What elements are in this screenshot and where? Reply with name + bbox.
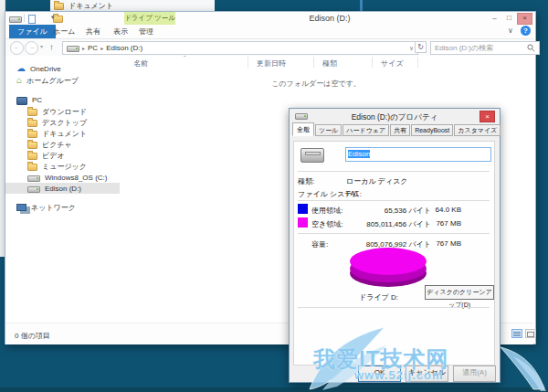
- ok-button[interactable]: OK: [358, 366, 401, 382]
- tab-share[interactable]: 共有: [80, 25, 106, 38]
- recent-caret-icon[interactable]: ▾: [40, 43, 43, 49]
- sidebar-item-homegroup[interactable]: ⌂ ホームグループ: [5, 75, 120, 86]
- volume-drive-icon: [300, 148, 324, 163]
- background-doc-tab-label: ドキュメント: [68, 1, 113, 11]
- folder-icon: [27, 142, 37, 149]
- dialog-tab-sharing[interactable]: 共有: [390, 124, 410, 136]
- disk-usage-pie-chart: [346, 245, 430, 289]
- sidebar-label: ビデオ: [42, 151, 65, 161]
- help-icon[interactable]: ?: [521, 26, 531, 36]
- close-button[interactable]: ×: [517, 13, 532, 25]
- navigation-pane: ☁ OneDrive ⌂ ホームグループ PC ダウンロード デスクトップ: [5, 56, 121, 323]
- background-window-doc-tab[interactable]: ドキュメント: [50, 0, 215, 11]
- dialog-tab-readyboost[interactable]: ReadyBoost: [411, 124, 453, 136]
- column-separator[interactable]: [248, 57, 248, 68]
- used-space-size: 64.0 KB: [434, 206, 461, 214]
- sidebar-item-videos[interactable]: ビデオ: [5, 150, 120, 161]
- thumbnail-view-button[interactable]: [525, 329, 536, 338]
- type-label: 種類:: [298, 176, 314, 186]
- refresh-button[interactable]: ↻: [415, 41, 427, 53]
- sidebar-item-network[interactable]: ネットワーク: [5, 202, 120, 213]
- sidebar-item-pictures[interactable]: ピクチャ: [5, 139, 120, 150]
- dialog-tab-tools[interactable]: ツール: [315, 124, 342, 136]
- column-header-size[interactable]: サイズ: [381, 58, 404, 69]
- details-view-button[interactable]: [511, 329, 522, 338]
- breadcrumb-drive-icon: [67, 46, 79, 52]
- disk-cleanup-button[interactable]: ディスクのクリーンアップ(D): [425, 285, 494, 300]
- breadcrumb[interactable]: ▸ PC ▸ Edison (D:) ∨: [62, 41, 418, 55]
- type-value: ローカル ディスク: [346, 176, 408, 186]
- volume-name-value: Edison: [348, 150, 370, 158]
- breadcrumb-chevron-icon: ▸: [82, 45, 85, 51]
- forward-button[interactable]: →: [25, 41, 38, 55]
- sidebar-item-downloads[interactable]: ダウンロード: [5, 106, 120, 117]
- free-space-swatch: [298, 217, 308, 228]
- drive-slot: [305, 152, 321, 155]
- sidebar-label: デスクトップ: [42, 118, 87, 128]
- qat-drive-icon: [9, 16, 22, 23]
- breadcrumb-item-drive[interactable]: Edison (D:): [106, 44, 142, 52]
- sidebar-label: Edison (D:): [45, 185, 81, 193]
- qat-properties-icon[interactable]: [28, 15, 36, 24]
- breadcrumb-item-pc[interactable]: PC: [88, 44, 98, 52]
- ribbon-tabs: ファイル ホーム 共有 表示 管理 ∨ ?: [5, 25, 533, 39]
- sidebar-item-documents[interactable]: ドキュメント: [5, 128, 120, 139]
- volume-name-field[interactable]: Edison: [345, 147, 491, 162]
- dialog-tab-hardware[interactable]: ハードウェア: [342, 124, 389, 136]
- folder-icon: [27, 109, 37, 116]
- cancel-button[interactable]: キャンセル: [406, 366, 448, 382]
- address-dropdown-icon[interactable]: ∨: [409, 45, 414, 52]
- desktop-gap-line: [360, 0, 363, 11]
- items-count: 0 個の項目: [15, 331, 50, 341]
- tab-manage[interactable]: 管理: [133, 25, 159, 38]
- drive-icon: [27, 186, 40, 193]
- sidebar-label: Windows8_OS (C:): [45, 174, 107, 182]
- desktop: ドキュメント ▾ Edison (D:) – □ × ドライブ ツール ファイル…: [0, 0, 548, 392]
- column-separator[interactable]: [417, 57, 418, 68]
- search-box[interactable]: Edison (D:)の検索: [430, 41, 540, 55]
- maximize-button[interactable]: □: [502, 14, 516, 24]
- minimize-button[interactable]: –: [488, 14, 501, 24]
- sidebar-label: ホームグループ: [26, 76, 79, 86]
- filesystem-value: FAT: [346, 189, 359, 197]
- folder-icon: [27, 153, 37, 160]
- qat-caret-icon[interactable]: ▾: [51, 14, 55, 21]
- titlebar: ▾ Edison (D:) – □ × ドライブ ツール: [5, 12, 533, 25]
- qat-separator: [24, 14, 25, 22]
- sort-ascending-icon: ˆ: [184, 54, 186, 62]
- sidebar-label: ドキュメント: [42, 129, 87, 139]
- dialog-title: Edison (D:)のプロパティ: [326, 112, 463, 123]
- sidebar-label: ピクチャ: [42, 140, 72, 150]
- ribbon-collapse-icon[interactable]: ∨: [508, 26, 513, 35]
- column-separator[interactable]: [372, 57, 373, 68]
- divider: [298, 171, 490, 172]
- folder-icon: [27, 131, 37, 138]
- capacity-size: 767 MB: [434, 239, 461, 248]
- sidebar-item-pc[interactable]: PC: [5, 94, 120, 105]
- up-button[interactable]: ↑: [49, 42, 54, 52]
- dialog-tab-customize[interactable]: カスタマイズ: [454, 124, 501, 136]
- used-space-label: 使用領域:: [311, 206, 342, 216]
- column-header-name[interactable]: 名前: [133, 58, 148, 69]
- divider: [298, 233, 490, 234]
- apply-button[interactable]: 適用(A): [453, 366, 496, 382]
- column-header-type[interactable]: 種類: [322, 58, 337, 69]
- back-button[interactable]: ←: [10, 41, 24, 55]
- sidebar-item-d-drive[interactable]: Edison (D:): [5, 183, 120, 194]
- drive-caption: ドライブ D:: [359, 292, 398, 302]
- sidebar-item-c-drive[interactable]: Windows8_OS (C:): [5, 172, 120, 183]
- column-header-date[interactable]: 更新日時: [257, 58, 286, 69]
- sidebar-item-music[interactable]: ミュージック: [5, 161, 120, 172]
- sidebar-label: OneDrive: [30, 65, 61, 73]
- tab-view[interactable]: 表示: [108, 25, 133, 38]
- sidebar-item-desktop[interactable]: デスクトップ: [5, 117, 120, 128]
- folder-icon: [27, 164, 37, 171]
- dialog-tab-general[interactable]: 全般: [292, 122, 314, 136]
- folder-icon: [54, 3, 64, 10]
- column-separator[interactable]: [313, 57, 314, 68]
- tab-home[interactable]: ホーム: [47, 25, 80, 38]
- sidebar-item-onedrive[interactable]: ☁ OneDrive: [5, 63, 120, 74]
- window-title: Edison (D:): [261, 14, 398, 23]
- dialog-close-button[interactable]: ×: [480, 111, 495, 122]
- search-icon: [527, 44, 535, 52]
